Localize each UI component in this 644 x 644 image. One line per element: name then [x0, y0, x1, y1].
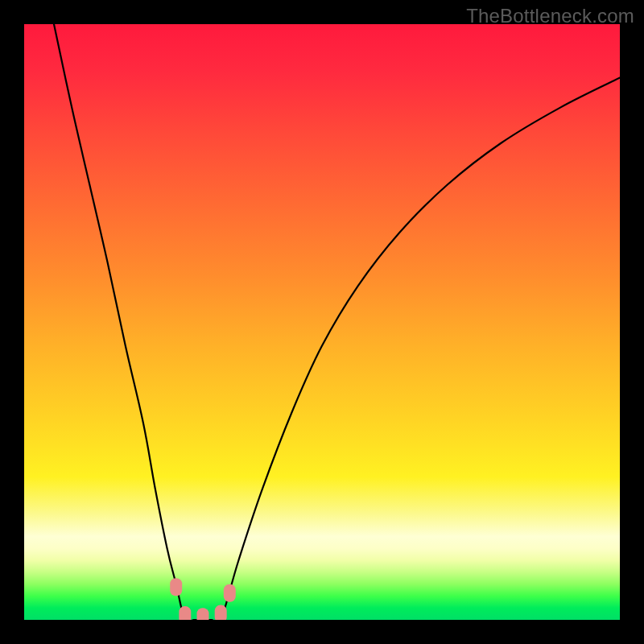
gradient-background: [24, 24, 620, 620]
chart-frame: TheBottleneck.com: [0, 0, 644, 644]
plot-area: [24, 24, 620, 620]
watermark-text: TheBottleneck.com: [466, 5, 634, 27]
